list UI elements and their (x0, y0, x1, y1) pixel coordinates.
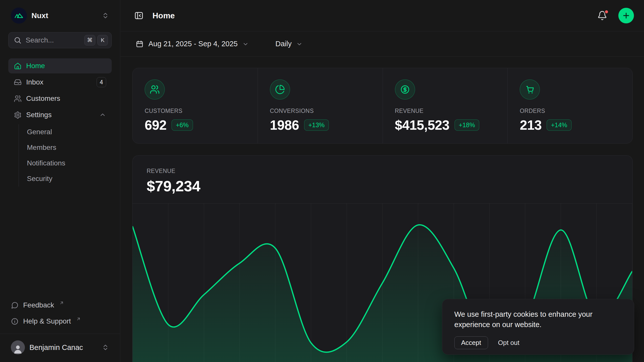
external-link-icon (76, 316, 81, 322)
chevrons-up-down-icon (102, 344, 109, 351)
cookie-banner: We use first-party cookies to enhance yo… (442, 299, 634, 355)
top-header: Home (120, 0, 644, 31)
sidebar-item-notifications[interactable]: Notifications (27, 155, 112, 171)
plus-icon (622, 11, 630, 20)
revenue-total: $79,234 (147, 177, 618, 195)
accept-button[interactable]: Accept (454, 336, 488, 349)
cookie-message: We use first-party cookies to enhance yo… (454, 309, 620, 330)
sidebar-item-label: Customers (26, 95, 60, 103)
avatar (11, 340, 25, 354)
sidebar: Nuxt ⌘ K Home (0, 0, 120, 362)
inbox-count-badge: 4 (97, 77, 106, 87)
date-range-picker[interactable]: Aug 21, 2025 - Sep 4, 2025 (132, 37, 252, 51)
kbd-cmd: ⌘ (84, 35, 95, 46)
kbd-k: K (97, 35, 108, 46)
home-icon (14, 62, 22, 70)
search-field[interactable] (26, 36, 80, 44)
feedback-link[interactable]: Feedback (8, 298, 112, 312)
cookie-actions: Accept Opt out (454, 336, 622, 349)
stat-orders[interactable]: ORDERS 213 +14% (507, 68, 632, 144)
help-support-label: Help & Support (23, 317, 71, 325)
chevron-up-icon (99, 111, 106, 118)
sidebar-item-security[interactable]: Security (27, 171, 112, 187)
filters-toolbar: Aug 21, 2025 - Sep 4, 2025 Daily (120, 31, 644, 57)
chevron-down-icon (296, 41, 303, 47)
notifications-button[interactable] (595, 9, 609, 23)
sidebar-spacer (8, 187, 112, 298)
user-menu[interactable]: Benjamin Canac (8, 339, 112, 356)
stat-label: ORDERS (520, 108, 620, 114)
stat-label: CUSTOMERS (145, 108, 246, 114)
stat-value: $415,523 (395, 117, 450, 133)
sidebar-item-label: Home (26, 62, 45, 70)
app-window: Nuxt ⌘ K Home (0, 0, 644, 362)
calendar-icon (135, 40, 144, 48)
sidebar-item-customers[interactable]: Customers (8, 91, 112, 106)
settings-sub-list: General Members Notifications Security (19, 124, 112, 187)
dollar-circle-icon (395, 79, 415, 100)
search-input[interactable]: ⌘ K (8, 32, 112, 48)
sidebar-item-general[interactable]: General (27, 124, 112, 140)
opt-out-button[interactable]: Opt out (497, 337, 520, 349)
stat-value: 213 (520, 117, 542, 133)
message-bubble-icon (11, 301, 19, 309)
stats-row: CUSTOMERS 692 +6% CONVERSIONS 1986 +13% (132, 68, 633, 144)
sidebar-collapse-button[interactable] (132, 9, 146, 23)
sidebar-item-inbox[interactable]: Inbox 4 (8, 75, 112, 90)
stat-conversions[interactable]: CONVERSIONS 1986 +13% (258, 68, 383, 144)
sidebar-item-label: Inbox (26, 78, 44, 86)
sidebar-footer-links: Feedback Help & Support (8, 298, 112, 329)
users-icon (145, 79, 165, 100)
chevrons-up-down-icon (102, 12, 109, 19)
notification-dot (604, 10, 609, 14)
stat-revenue[interactable]: REVENUE $415,523 +18% (383, 68, 508, 144)
search-shortcut: ⌘ K (84, 35, 108, 46)
granularity-value: Daily (275, 40, 292, 48)
stat-delta-badge: +6% (172, 119, 193, 131)
stat-label: REVENUE (395, 108, 496, 114)
sidebar-item-members[interactable]: Members (27, 140, 112, 155)
nuxt-logo-icon (11, 8, 27, 24)
gear-icon (14, 111, 22, 119)
user-name: Benjamin Canac (29, 343, 83, 352)
stat-value: 692 (145, 117, 167, 133)
inbox-icon (14, 78, 22, 86)
add-button[interactable] (618, 8, 634, 23)
sidebar-item-home[interactable]: Home (8, 58, 112, 73)
page-title: Home (152, 11, 175, 20)
sidebar-item-label: Settings (26, 111, 52, 119)
stat-label: CONVERSIONS (270, 108, 371, 114)
workspace-name: Nuxt (31, 11, 48, 20)
stat-delta-badge: +18% (455, 119, 479, 131)
stat-delta-badge: +13% (304, 119, 329, 131)
chevron-down-icon (242, 41, 249, 47)
stat-delta-badge: +14% (547, 119, 572, 131)
revenue-label: REVENUE (147, 168, 618, 174)
user-section: Benjamin Canac (0, 334, 120, 356)
date-range-value: Aug 21, 2025 - Sep 4, 2025 (148, 40, 238, 48)
panel-left-close-icon (134, 11, 144, 21)
help-support-link[interactable]: Help & Support (8, 314, 112, 329)
feedback-label: Feedback (23, 301, 54, 309)
sidebar-nav: Home Inbox 4 Customers Settings (8, 58, 112, 187)
info-circle-icon (11, 318, 19, 325)
search-icon (14, 36, 22, 44)
stat-customers[interactable]: CUSTOMERS 692 +6% (133, 68, 258, 144)
users-icon (14, 95, 22, 103)
sidebar-item-settings[interactable]: Settings (8, 107, 112, 122)
cart-icon (520, 79, 540, 100)
stat-value: 1986 (270, 117, 299, 133)
workspace-switcher[interactable]: Nuxt (8, 6, 112, 26)
granularity-select[interactable]: Daily (272, 37, 306, 51)
external-link-icon (59, 300, 64, 305)
pie-chart-icon (270, 79, 290, 100)
